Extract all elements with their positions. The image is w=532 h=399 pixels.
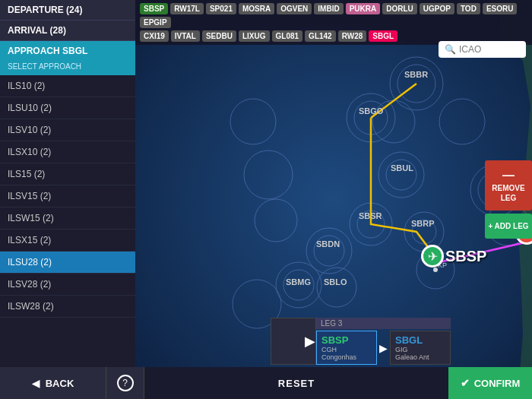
back-icon: ◀: [32, 378, 40, 389]
sidebar-item-ils15[interactable]: ILS15 (2): [0, 163, 135, 185]
reset-label: RESET: [278, 378, 315, 389]
select-approach-label: SELECT APPROACH: [0, 61, 135, 75]
waypoint-rw28[interactable]: RW28: [338, 30, 367, 42]
waypoint-mosra[interactable]: MOSRA: [239, 3, 274, 14]
leg-from-card[interactable]: SBSP CGH Congonhas: [316, 331, 377, 365]
leg-from-sub2: Congonhas: [321, 353, 372, 361]
leg-3-label: LEG 3: [316, 318, 451, 329]
confirm-icon: ✔: [461, 377, 470, 389]
leg-3-cards: SBSP CGH Congonhas ▶ SBGL GIG Galeao Ant: [316, 331, 451, 365]
back-label: BACK: [46, 378, 74, 389]
sbsp-marker: ✈ SBSP: [421, 245, 486, 268]
sidebar-item-ilsw28[interactable]: ILSW28 (2): [0, 296, 135, 318]
waypoint-ogven[interactable]: OGVEN: [277, 3, 312, 14]
waypoint-ivtal[interactable]: IVTAL: [171, 30, 200, 42]
sidebar-item-ilsv15[interactable]: ILSV15 (2): [0, 185, 135, 207]
leg-from-sub1: CGH: [321, 346, 372, 353]
sidebar-item-ilsu10[interactable]: ILSU10 (2): [0, 97, 135, 119]
leg-to-sub2: Galeao Ant: [395, 353, 445, 361]
leg-card-prev[interactable]: ▶: [271, 318, 316, 365]
add-leg-label: + ADD LEG: [488, 221, 529, 231]
search-icon: 🔍: [445, 44, 456, 55]
map-area: KP SBBR SBGO SBUL SBCF SBSR SBRP SBDN SB…: [135, 0, 532, 399]
waypoint-sedbu[interactable]: SEDBU: [202, 30, 236, 42]
waypoint-sbgl[interactable]: SBGL: [369, 30, 397, 42]
leg-to-airport: SBGL: [395, 334, 445, 346]
sbsp-circle: ✈: [421, 245, 444, 268]
icao-input[interactable]: [459, 44, 520, 55]
leg-panel: ▶ LEG 3 SBSP CGH Congonhas ▶ SBGL GIG Ga…: [271, 318, 451, 365]
icao-search-box[interactable]: 🔍: [439, 41, 526, 58]
sidebar-item-ilsx10[interactable]: ILSX10 (2): [0, 141, 135, 163]
waypoint-sbsp[interactable]: SBSP: [140, 3, 168, 14]
waypoint-esoru[interactable]: ESORU: [483, 3, 518, 14]
leg-to-card[interactable]: SBGL GIG Galeao Ant: [390, 331, 451, 365]
right-panel: — REMOVELEG + ADD LEG: [485, 160, 532, 239]
waypoint-sp021[interactable]: SP021: [206, 3, 236, 14]
approach-header: APPROACH SBGL: [0, 41, 135, 61]
sidebar-item-ilsv10[interactable]: ILSV10 (2): [0, 119, 135, 141]
sbsp-label: SBSP: [445, 248, 486, 265]
waypoint-tod[interactable]: TOD: [457, 3, 480, 14]
sidebar-item-ilsx15[interactable]: ILSX15 (2): [0, 230, 135, 252]
back-button[interactable]: ◀ BACK: [0, 367, 106, 399]
sidebar-item-ilsv28[interactable]: ILSV28 (2): [0, 274, 135, 296]
arrival-header[interactable]: ARRIVAL (28): [0, 21, 135, 41]
reset-button[interactable]: RESET: [144, 367, 448, 399]
sidebar-item-ilsu28[interactable]: ILSU28 (2): [0, 252, 135, 274]
confirm-label: CONFIRM: [474, 378, 521, 389]
confirm-button[interactable]: ✔ CONFIRM: [448, 367, 532, 399]
help-button[interactable]: ?: [106, 367, 144, 399]
waypoint-imbid[interactable]: IMBID: [314, 3, 343, 14]
waypoints-bar: SBSPRW17LSP021MOSRAOGVENIMBIDPUKRADORLUU…: [135, 0, 532, 45]
waypoint-epgip[interactable]: EPGIP: [140, 17, 171, 28]
sidebar-item-ilsw15[interactable]: ILSW15 (2): [0, 207, 135, 230]
waypoint-cxi19[interactable]: CXI19: [140, 30, 169, 42]
waypoint-gl081[interactable]: GL081: [272, 30, 303, 42]
leg-arrow: ▶: [377, 331, 390, 365]
waypoint-lixug[interactable]: LIXUG: [239, 30, 270, 42]
help-icon: ?: [117, 375, 134, 391]
waypoint-ugpop[interactable]: UGPOP: [420, 3, 454, 14]
remove-leg-icon: —: [488, 168, 529, 184]
waypoint-rw17l[interactable]: RW17L: [170, 3, 204, 14]
remove-leg-label: REMOVELEG: [488, 183, 529, 203]
leg-to-sub1: GIG: [395, 346, 445, 353]
waypoint-dorlu[interactable]: DORLU: [382, 3, 417, 14]
leg-from-airport: SBSP: [321, 334, 372, 346]
leg-3-section: LEG 3 SBSP CGH Congonhas ▶ SBGL GIG Gale…: [316, 318, 451, 365]
bottom-bar: ◀ BACK ? RESET ✔ CONFIRM: [0, 367, 532, 399]
waypoint-pukra[interactable]: PUKRA: [346, 3, 381, 14]
sidebar-item-ils10[interactable]: ILS10 (2): [0, 75, 135, 97]
waypoint-gl142[interactable]: GL142: [305, 30, 336, 42]
add-leg-button[interactable]: + ADD LEG: [485, 214, 532, 239]
approach-list: ILS10 (2)ILSU10 (2)ILSV10 (2)ILSX10 (2)I…: [0, 75, 135, 399]
departure-header[interactable]: DEPARTURE (24): [0, 0, 135, 21]
sidebar: DEPARTURE (24) ARRIVAL (28) APPROACH SBG…: [0, 0, 135, 399]
remove-leg-button[interactable]: — REMOVELEG: [485, 160, 532, 211]
